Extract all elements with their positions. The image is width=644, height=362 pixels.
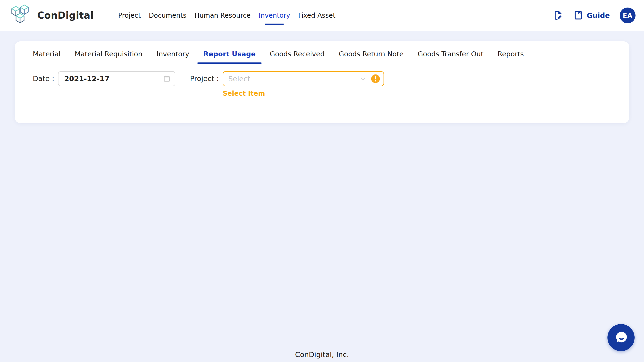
tab-label: Goods Return Note bbox=[339, 50, 404, 58]
tab-material-requisition[interactable]: Material Requisition bbox=[75, 41, 142, 64]
tab-material[interactable]: Material bbox=[33, 41, 60, 64]
nav-label: Fixed Asset bbox=[298, 12, 336, 19]
footer-company-name: ConDigital, Inc. bbox=[295, 350, 349, 359]
content-card: Material Material Requisition Inventory … bbox=[14, 41, 630, 123]
chat-launcher-button[interactable] bbox=[608, 324, 634, 351]
project-control: Select Select Item bbox=[223, 71, 384, 97]
report-usage-filters: Date : 2021-12-17 Project : Select bbox=[33, 71, 611, 97]
nav-label: Documents bbox=[149, 12, 186, 19]
tab-goods-return-note[interactable]: Goods Return Note bbox=[339, 41, 404, 64]
project-select-placeholder: Select bbox=[228, 75, 359, 83]
tab-reports[interactable]: Reports bbox=[498, 41, 524, 64]
project-error-text: Select Item bbox=[223, 90, 384, 97]
nav-label: Human Resource bbox=[194, 12, 250, 19]
tab-label: Goods Received bbox=[270, 50, 324, 58]
page-footer: ConDigital, Inc. bbox=[0, 350, 644, 359]
guide-book-icon bbox=[573, 10, 583, 21]
nav-item-inventory[interactable]: Inventory bbox=[258, 0, 290, 31]
tab-label: Inventory bbox=[156, 50, 189, 58]
tab-goods-transfer-out[interactable]: Goods Transfer Out bbox=[418, 41, 484, 64]
avatar-initials: EA bbox=[623, 12, 632, 19]
chat-bubble-icon bbox=[613, 330, 630, 346]
tab-goods-received[interactable]: Goods Received bbox=[270, 41, 324, 64]
warning-icon bbox=[371, 74, 380, 84]
date-form-item: Date : 2021-12-17 bbox=[33, 71, 176, 86]
user-avatar-button[interactable]: EA bbox=[620, 8, 636, 23]
tab-label: Goods Transfer Out bbox=[418, 50, 484, 58]
date-value: 2021-12-17 bbox=[64, 75, 163, 83]
tab-inventory[interactable]: Inventory bbox=[156, 41, 189, 64]
brand-logo[interactable]: ConDigital bbox=[10, 3, 94, 28]
condigital-logo-icon bbox=[10, 3, 33, 28]
tab-label: Report Usage bbox=[204, 50, 256, 58]
guide-button[interactable]: Guide bbox=[573, 10, 610, 21]
chevron-down-icon bbox=[359, 75, 367, 83]
nav-label: Inventory bbox=[258, 12, 290, 19]
document-edit-button[interactable] bbox=[552, 10, 564, 21]
main-nav: Project Documents Human Resource Invento… bbox=[118, 0, 336, 31]
date-label: Date : bbox=[33, 71, 54, 86]
tab-report-usage[interactable]: Report Usage bbox=[204, 41, 256, 64]
date-input[interactable]: 2021-12-17 bbox=[58, 71, 176, 86]
nav-item-project[interactable]: Project bbox=[118, 0, 141, 31]
document-edit-icon bbox=[552, 10, 564, 21]
project-select[interactable]: Select bbox=[223, 71, 384, 86]
top-nav-bar: ConDigital Project Documents Human Resou… bbox=[0, 0, 644, 31]
nav-item-human-resource[interactable]: Human Resource bbox=[194, 0, 250, 31]
tab-label: Reports bbox=[498, 50, 524, 58]
nav-label: Project bbox=[118, 12, 141, 19]
project-form-item: Project : Select Select Item bbox=[190, 71, 384, 97]
inventory-tab-bar: Material Material Requisition Inventory … bbox=[33, 41, 611, 64]
tab-label: Material bbox=[33, 50, 60, 58]
guide-label: Guide bbox=[587, 11, 610, 20]
header-actions: Guide EA bbox=[552, 8, 636, 23]
nav-item-documents[interactable]: Documents bbox=[149, 0, 186, 31]
calendar-icon bbox=[163, 75, 171, 82]
brand-name: ConDigital bbox=[37, 10, 94, 21]
nav-item-fixed-asset[interactable]: Fixed Asset bbox=[298, 0, 336, 31]
project-label: Project : bbox=[190, 71, 219, 86]
tab-label: Material Requisition bbox=[75, 50, 142, 58]
